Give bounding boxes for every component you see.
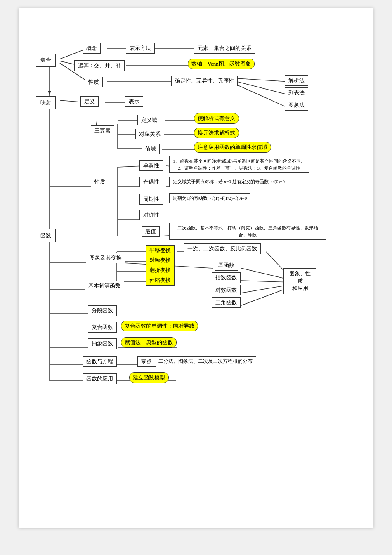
node-hanshu-fangcheng: 函数与方程 — [83, 356, 117, 367]
node-hanshu-yingyong: 函数的应用 — [83, 373, 117, 384]
label-sanjiao: 三角函数 — [215, 299, 237, 305]
node-biaoshi: 表示方法 — [126, 43, 155, 54]
node-huanyuan: 换元法求解析式 — [194, 128, 239, 138]
node-fan-zhe: 翻折变换 — [146, 265, 175, 276]
svg-line-7 — [237, 78, 289, 82]
label-dingyi-yu: 定义域 — [141, 117, 157, 123]
label-jiexi-youyiyi: 使解析式有意义 — [198, 115, 235, 121]
label-yingshe: 映射 — [40, 99, 51, 106]
label-zhouqi-shuoming: 周期为T的奇函数→f(T)=f(T/2)=f(0)=0 — [173, 196, 247, 201]
label-chouxiang-shuoming: 赋值法、典型的函数 — [125, 339, 173, 345]
label-pingyi: 平移变换 — [149, 247, 171, 253]
label-hanshu-yingyong: 函数的应用 — [86, 376, 113, 382]
label-jiouxing: 奇偶性 — [143, 179, 159, 185]
node-jiexi-youyiyi: 使解析式有意义 — [194, 113, 239, 124]
node-fuhe: 复合函数 — [88, 322, 117, 333]
label-hanshu: 函数 — [40, 232, 51, 239]
label-gainian: 概念 — [86, 45, 97, 51]
label-yuansu: 元素、集合之间的关系 — [198, 45, 251, 51]
node-liebiao: 列表法 — [285, 87, 308, 98]
svg-line-45 — [241, 281, 290, 282]
label-lingdian: 零点 — [141, 358, 152, 364]
node-chouxiang: 抽象函数 — [88, 338, 117, 349]
label-yunsuan: 运算：交、并、补 — [78, 62, 121, 68]
node-yingshe: 映射 — [36, 96, 56, 109]
node-jianli-moxing: 建立函数模型 — [129, 372, 169, 383]
label-zhiyu-zhuyi: 注意应用函数的单调性求值域 — [198, 144, 267, 150]
svg-line-44 — [241, 268, 290, 280]
label-xingzhi-hanshu: 性质 — [94, 179, 105, 185]
label-fuhe-shuoming: 复合函数的单调性：同增异减 — [125, 323, 194, 329]
node-yuansu: 元素、集合之间的关系 — [194, 43, 255, 54]
node-yici-erci: 一次、二次函数、反比例函数 — [184, 243, 261, 254]
label-zuizhi: 最值 — [145, 228, 156, 234]
label-dandiao-shuoming: 1、函数在某个区间递增(或减)与单调区间是某个区间的含义不同。2、证明单调性：作… — [173, 158, 305, 170]
node-shuzhouvenn: 数轴、Venn图、函数图象 — [188, 59, 255, 69]
node-xingzhi-jiche: 性质 — [85, 77, 103, 87]
label-fuhe: 复合函数 — [92, 324, 113, 330]
label-jiexi: 解析法 — [288, 77, 305, 83]
label-hanshu-fangcheng: 函数与方程 — [86, 358, 113, 364]
label-jiouxing-shuoming: 定义域关于原点对称，若 x=0 处有定义的奇函数→f(0)=0 — [173, 179, 285, 184]
label-duichengxing: 对称性 — [143, 212, 159, 218]
node-yunsuan: 运算：交、并、补 — [74, 60, 125, 71]
label-chouxiang: 抽象函数 — [92, 340, 113, 347]
label-zhiyu: 值域 — [145, 146, 156, 152]
node-lingdian: 零点 — [137, 356, 156, 367]
label-sanyaosu: 三要素 — [94, 128, 111, 134]
node-erfen-tuxiang: 二分法、图象法、二次及三次方程根的分布 — [155, 356, 256, 366]
node-dandiaoqing: 单调性 — [139, 160, 163, 171]
node-tuxiang-xingzhi: 图象、性质和应用 — [283, 268, 316, 294]
label-shensuo: 伸缩变换 — [149, 277, 171, 283]
label-jianli-moxing: 建立函数模型 — [133, 374, 165, 380]
label-duishu: 对数函数 — [215, 287, 237, 293]
label-duiying: 对应关系 — [139, 131, 161, 137]
node-biaoshi2: 表示 — [125, 96, 143, 107]
mind-map: 集合 映射 函数 概念 运算：交、并、补 性质 表示方法 元素、集合之间的关系 … — [27, 21, 365, 516]
label-jiben-chudeng: 基本初等函数 — [88, 283, 120, 289]
label-zhishu: 指数函数 — [215, 274, 237, 281]
node-feidan: 分段函数 — [88, 305, 117, 316]
label-shuzhouvenn: 数轴、Venn图、函数图象 — [191, 61, 251, 67]
node-zuizhi-shuoming: 二次函数、基本不等式、打钩（耐克）函数、三角函数有界性、数形结合、导数 — [169, 223, 326, 240]
node-jiche: 集合 — [36, 54, 56, 67]
node-zhouqixing: 周期性 — [139, 194, 163, 205]
node-shensuo: 伸缩变换 — [146, 275, 175, 286]
label-duicheng: 对称变换 — [149, 257, 171, 263]
node-tuxiang-bianzhuan: 图象及其变换 — [86, 253, 125, 263]
page: 集合 映射 函数 概念 运算：交、并、补 性质 表示方法 元素、集合之间的关系 … — [19, 8, 373, 528]
node-jiexi: 解析法 — [285, 75, 308, 86]
node-duiying: 对应关系 — [135, 129, 164, 139]
svg-line-9 — [237, 85, 289, 108]
label-liebiao: 列表法 — [288, 90, 305, 96]
node-dingyi-yu: 定义域 — [137, 115, 161, 125]
node-zhiyu: 值域 — [142, 144, 160, 154]
node-jiouxing-shuoming: 定义域关于原点对称，若 x=0 处有定义的奇函数→f(0)=0 — [169, 177, 288, 187]
node-fuhe-shuoming: 复合函数的单调性：同增异减 — [121, 321, 198, 331]
node-zhiyu-zhuyi: 注意应用函数的单调性求值域 — [194, 142, 271, 153]
label-biaoshi: 表示方法 — [130, 45, 151, 51]
label-tuxiang-xingzhi: 图象、性质和应用 — [289, 270, 311, 291]
label-fan-zhe: 翻折变换 — [149, 267, 171, 273]
node-dandiao-shuoming: 1、函数在某个区间递增(或减)与单调区间是某个区间的含义不同。2、证明单调性：作… — [169, 156, 309, 173]
node-zhouqi-shuoming: 周期为T的奇函数→f(T)=f(T/2)=f(0)=0 — [169, 193, 250, 203]
node-jiben-chudeng: 基本初等函数 — [85, 281, 124, 291]
label-tuxiang-bianzhuan: 图象及其变换 — [90, 255, 122, 261]
node-xingzhi-hanshu: 性质 — [91, 177, 109, 187]
label-feidan: 分段函数 — [92, 307, 113, 314]
node-sanyaosu: 三要素 — [91, 125, 114, 136]
node-pingyi: 平移变换 — [146, 245, 175, 256]
node-duichengxing: 对称性 — [139, 210, 163, 220]
label-dandiaoqing: 单调性 — [143, 162, 159, 168]
node-jiouxing: 奇偶性 — [139, 177, 163, 187]
label-zuizhi-shuoming: 二次函数、基本不等式、打钩（耐克）函数、三角函数有界性、数形结合、导数 — [177, 225, 318, 237]
label-mi-hanshu: 幂函数 — [218, 262, 234, 268]
label-zhouqixing: 周期性 — [143, 196, 159, 202]
node-zuizhi: 最值 — [142, 226, 160, 237]
label-erfen-tuxiang: 二分法、图象法、二次及三次方程根的分布 — [158, 358, 253, 364]
node-chouxiang-shuoming: 赋值法、典型的函数 — [121, 337, 177, 348]
node-tuxiang: 图象法 — [285, 100, 308, 111]
label-jiche: 集合 — [40, 57, 51, 63]
node-sanjiao: 三角函数 — [212, 297, 241, 308]
label-yici-erci: 一次、二次函数、反比例函数 — [187, 246, 257, 252]
